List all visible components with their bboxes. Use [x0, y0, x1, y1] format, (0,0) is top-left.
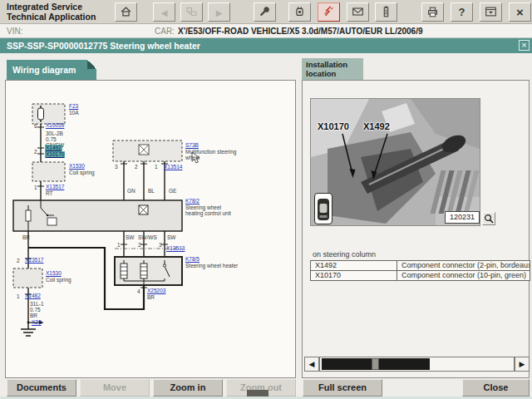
pin-number: 3: [115, 164, 118, 170]
settings-button[interactable]: [254, 2, 276, 22]
wire-color: SW: [126, 234, 134, 240]
pin-number: 2: [17, 258, 20, 264]
scroll-left-icon: ◀: [309, 360, 315, 368]
wire-label: 0.75: [30, 307, 41, 313]
window-select-icon: [484, 5, 498, 18]
document-title-bar: SSP-SSP-SP0000012775 Steering wheel heat…: [0, 38, 532, 53]
document-title: SSP-SSP-SP0000012775 Steering wheel heat…: [7, 41, 200, 51]
scroll-right-icon: ▶: [520, 360, 525, 368]
help-icon: ?: [459, 6, 466, 18]
coil-spring-link[interactable]: X1530: [69, 163, 85, 169]
car-value: X'/E53/OFF-ROAD VEHICLE/X5 3.0d/M57/AUTO…: [178, 27, 423, 36]
connector-link[interactable]: X13514: [164, 164, 182, 170]
pin-number: 2: [34, 149, 37, 155]
coil-spring-link[interactable]: X1530: [46, 270, 62, 276]
magnifier-icon: [483, 213, 495, 224]
pin-number: 2: [138, 242, 141, 248]
plug-icon: [293, 5, 307, 18]
move-button[interactable]: Move: [80, 379, 150, 397]
vin-label: VIN:: [7, 27, 22, 36]
toolbar: Integrated Service Technical Application…: [0, 0, 532, 24]
wire-color: SW/WS: [138, 234, 157, 240]
identification-bar: VIN: CAR: X'/E53/OFF-ROAD VEHICLE/X5 3.0…: [0, 24, 532, 38]
steering-column-photo-graphic: [311, 99, 480, 225]
scrollbar-track[interactable]: [319, 357, 515, 372]
help-button[interactable]: ?: [451, 2, 473, 22]
connection-broken-icon: [322, 5, 336, 18]
wire-color: GN: [127, 188, 135, 194]
close-app-button[interactable]: ×: [509, 2, 531, 22]
magnify-button[interactable]: [482, 212, 495, 225]
pin-number: 1: [155, 164, 158, 170]
session-icon: [185, 5, 199, 18]
app-title-line1: Integrated Service: [7, 2, 96, 12]
pin-number: 4: [137, 288, 140, 294]
ista-window: Integrated Service Technical Application…: [0, 0, 532, 399]
ground-link[interactable]: X28: [32, 319, 42, 325]
pin-number: 1: [34, 185, 37, 190]
photo-connector-label: X10170: [318, 121, 349, 131]
connector-link[interactable]: X1482: [25, 293, 41, 298]
app-title: Integrated Service Technical Application: [7, 2, 96, 22]
tab-wiring-diagram[interactable]: Wiring diagram: [7, 60, 96, 80]
wire-color: BL: [148, 188, 155, 194]
control-unit-link[interactable]: K78/2: [185, 198, 200, 204]
session-button[interactable]: [180, 2, 203, 22]
battery-button[interactable]: [375, 2, 397, 22]
connector-link[interactable]: X13517: [46, 184, 64, 190]
heater-label: Steering wheel heater: [185, 263, 238, 268]
mfl-label: wheel: [185, 155, 200, 160]
home-button[interactable]: [115, 2, 137, 22]
coil-spring-label: Coil spring: [46, 277, 71, 283]
mfl-label: Multifunction steering: [185, 149, 236, 155]
devices-button[interactable]: [288, 2, 311, 22]
control-unit-label: Steering wheel: [185, 204, 221, 210]
wire-color: GE: [169, 188, 176, 194]
pin-number: 6: [34, 123, 37, 129]
scrollbar-handle[interactable]: [372, 358, 379, 370]
forward-button[interactable]: ▶: [208, 2, 230, 22]
full-screen-button[interactable]: Full screen: [303, 379, 382, 397]
connector-link-highlighted[interactable]: X1492: [45, 145, 62, 151]
connector-link[interactable]: X10059: [46, 122, 64, 128]
battery-icon: [379, 5, 393, 18]
location-caption: on steering column: [313, 250, 376, 259]
car-position-icon: [314, 193, 332, 224]
fuse-rating: 10A: [69, 110, 79, 116]
documents-button[interactable]: Documents: [7, 379, 76, 397]
connector-link-highlighted[interactable]: X10170: [45, 151, 65, 158]
connector-link[interactable]: X25203: [147, 288, 165, 293]
pin-number: 2: [135, 164, 138, 170]
back-button[interactable]: ◀: [153, 2, 175, 22]
print-button[interactable]: [421, 2, 444, 22]
wire-label: BR: [30, 313, 37, 318]
connector-link[interactable]: X13517: [25, 257, 43, 263]
fuse-link[interactable]: F23: [69, 103, 78, 109]
tab-fold-decoration: [87, 60, 96, 69]
tab-installation-location[interactable]: Installation location: [302, 58, 363, 80]
tab-installation-line1: Installation: [306, 60, 363, 69]
tab-installation-line2: location: [306, 69, 363, 78]
connection-status-button[interactable]: [318, 2, 340, 22]
mfl-link[interactable]: S73B: [185, 142, 199, 148]
coil-spring-label: Coil spring: [69, 170, 95, 175]
wire-label: 0.75: [46, 136, 57, 142]
connector-desc-cell: Component connector (10-pin, green): [397, 270, 530, 281]
close-button[interactable]: Close: [462, 379, 530, 397]
wire-color: BR: [22, 234, 30, 240]
scroll-right-button[interactable]: ▶: [515, 357, 530, 372]
wire-label: RT: [46, 190, 53, 196]
photo-connector-label: X1492: [363, 121, 390, 131]
installation-photo: [310, 98, 480, 226]
close-icon: ×: [516, 5, 524, 19]
messages-button[interactable]: [347, 2, 369, 22]
forward-icon: ▶: [216, 8, 223, 17]
heater-link[interactable]: K78/5: [185, 256, 200, 262]
window-select-button[interactable]: [480, 2, 502, 22]
document-close-button[interactable]: ×: [519, 40, 530, 51]
connector-id-cell: X10170: [310, 270, 397, 281]
scroll-left-button[interactable]: ◀: [304, 357, 319, 372]
envelope-icon: [351, 5, 365, 18]
zoom-in-button[interactable]: Zoom in: [153, 379, 223, 397]
connector-link[interactable]: X13513: [166, 245, 185, 251]
